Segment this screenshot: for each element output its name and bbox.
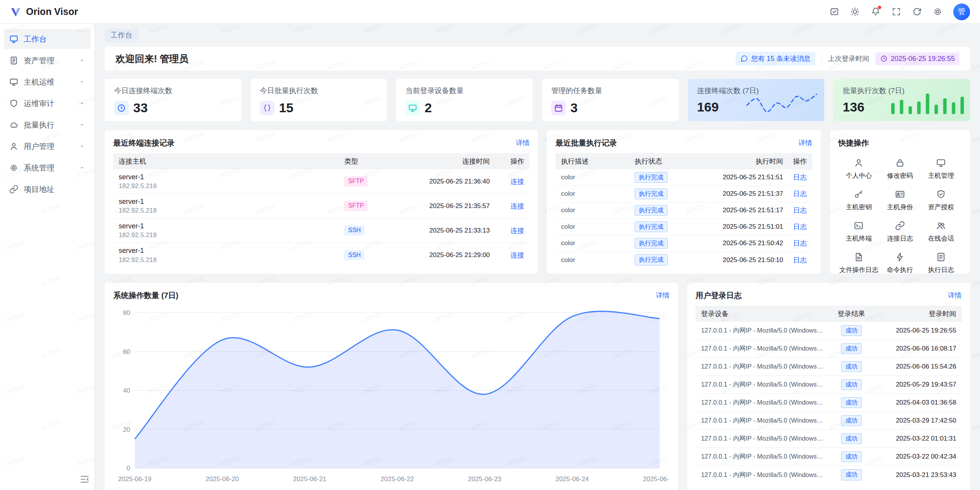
unread-messages-badge[interactable]: 您有 15 条未读消息 xyxy=(736,52,815,66)
refresh-icon[interactable] xyxy=(909,4,925,20)
stat-label: 今日批量执行次数 xyxy=(260,86,378,96)
sidebar-item-host-operations[interactable]: 主机运维 xyxy=(4,72,91,92)
host-name: server-1 xyxy=(119,173,344,182)
host-ip: 182.92.5.218 xyxy=(119,206,344,215)
quick-action-host-keys[interactable]: 主机密钥 xyxy=(838,185,879,216)
quick-action-command-execution[interactable]: 命令执行 xyxy=(879,247,920,274)
login-device: 127.0.0.1 - 内网IP - Mozilla/5.0 (Windows … xyxy=(701,398,828,407)
notification-dot xyxy=(878,6,881,9)
col-header: 执行时间 xyxy=(692,157,783,166)
monitor-icon xyxy=(936,158,946,168)
quick-action-asset-authorization[interactable]: 资产授权 xyxy=(921,185,962,216)
login-device: 127.0.0.1 - 内网IP - Mozilla/5.0 (Windows … xyxy=(701,434,828,443)
log-link[interactable]: 日志 xyxy=(793,174,807,181)
clock-icon xyxy=(880,55,888,62)
log-link[interactable]: 日志 xyxy=(793,223,807,231)
table-row: 127.0.0.1 - 内网IP - Mozilla/5.0 (Windows … xyxy=(696,358,962,376)
theme-sun-icon[interactable] xyxy=(847,4,863,20)
sidebar-collapse-icon[interactable] xyxy=(79,474,90,485)
sidebar-item-system-management[interactable]: 系统管理 xyxy=(4,158,91,178)
quick-action-host-identity[interactable]: 主机身份 xyxy=(879,185,920,216)
sidebar-item-user-management[interactable]: 用户管理 xyxy=(4,136,91,156)
details-link[interactable]: 详情 xyxy=(656,291,670,300)
col-header: 操作 xyxy=(490,157,524,166)
login-time: 2025-03-22 01:01:31 xyxy=(875,435,956,442)
connect-link[interactable]: 连接 xyxy=(510,178,524,185)
host-ip: 182.92.5.218 xyxy=(119,182,344,190)
connect-link[interactable]: 连接 xyxy=(510,227,524,234)
sidebar-item-workbench[interactable]: 工作台 xyxy=(4,29,91,49)
divider xyxy=(822,54,822,64)
sidebar-item-label: 批量执行 xyxy=(24,120,73,130)
sidebar-item-batch-execution[interactable]: 批量执行 xyxy=(4,115,91,135)
details-link[interactable]: 详情 xyxy=(948,291,962,300)
sidebar-item-label: 运维审计 xyxy=(24,98,73,109)
quick-actions-panel: 快捷操作 个人中心 修改密码 主机管理 xyxy=(830,130,970,274)
shield-check-icon xyxy=(936,189,946,199)
log-link[interactable]: 日志 xyxy=(793,256,807,264)
status-badge: 成功 xyxy=(841,451,862,462)
connect-link[interactable]: 连接 xyxy=(510,251,524,259)
table-row: color 执行完成 2025-06-25 21:50:42 日志 xyxy=(555,235,812,252)
col-header: 类型 xyxy=(344,157,386,166)
login-device: 127.0.0.1 - 内网IP - Mozilla/5.0 (Windows … xyxy=(701,362,828,371)
table-row: 127.0.0.1 - 内网IP - Mozilla/5.0 (Windows … xyxy=(696,322,962,340)
quick-action-host-management[interactable]: 主机管理 xyxy=(921,153,962,185)
avatar[interactable]: 管 xyxy=(953,3,970,20)
notification-bell-icon[interactable] xyxy=(867,4,884,20)
terminal-icon xyxy=(854,221,864,231)
connect-link[interactable]: 连接 xyxy=(510,202,524,210)
status-badge: 执行完成 xyxy=(635,188,668,200)
quick-action-online-sessions[interactable]: 在线会话 xyxy=(921,216,962,247)
quick-action-connection-logs[interactable]: 连接日志 xyxy=(879,216,920,247)
connect-time: 2025-06-25 21:33:13 xyxy=(386,227,490,234)
welcome-meta: 您有 15 条未读消息 上次登录时间 2025-06-25 19:26:55 xyxy=(736,52,959,66)
svg-text:2025-06-24: 2025-06-24 xyxy=(555,475,589,483)
status-badge: 成功 xyxy=(841,415,862,426)
stat-card-batch-7d: 批量执行次数 (7日) 136 xyxy=(833,79,970,121)
quick-action-file-operation-logs[interactable]: 文件操作日志 xyxy=(838,247,879,274)
gear-icon xyxy=(9,163,18,172)
desktop-icon xyxy=(9,34,18,44)
quick-action-host-terminal[interactable]: 主机终端 xyxy=(838,216,879,247)
stat-card-managed-tasks: 管理的任务数量 3 xyxy=(542,79,679,121)
stat-card-terminal-7d: 连接终端次数 (7日) 169 xyxy=(688,79,825,121)
clock-icon xyxy=(114,101,129,115)
quick-action-personal-center[interactable]: 个人中心 xyxy=(838,153,879,185)
user-icon xyxy=(9,142,18,151)
login-time: 2025-06-25 19:26:55 xyxy=(875,327,956,334)
details-link[interactable]: 详情 xyxy=(799,138,812,147)
sidebar-item-asset-management[interactable]: 资产管理 xyxy=(4,51,91,70)
panel-title: 最近批量执行记录 xyxy=(555,138,617,148)
svg-text:80: 80 xyxy=(123,309,130,316)
settings-gear-icon[interactable] xyxy=(929,4,946,20)
welcome-banner: 欢迎回来! 管理员 您有 15 条未读消息 上次登录时间 2025-06-25 … xyxy=(105,47,970,70)
stat-label: 今日连接终端次数 xyxy=(114,86,232,96)
exec-desc: color xyxy=(561,174,634,181)
log-link[interactable]: 日志 xyxy=(793,206,807,214)
quick-action-change-password[interactable]: 修改密码 xyxy=(879,153,920,185)
breadcrumb-item-workbench[interactable]: 工作台 xyxy=(105,28,138,42)
sidebar-item-ops-audit[interactable]: 运维审计 xyxy=(4,93,91,113)
quick-action-execution-logs[interactable]: 执行日志 xyxy=(921,247,962,274)
sidebar-item-project-link[interactable]: 项目地址 xyxy=(4,179,91,199)
fullscreen-icon[interactable] xyxy=(888,4,904,20)
details-link[interactable]: 详情 xyxy=(516,138,529,147)
svg-text:2025-06-25: 2025-06-25 xyxy=(643,475,670,483)
table-row: color 执行完成 2025-06-25 21:50:10 日志 xyxy=(555,252,812,268)
system-ops-chart-panel: 系统操作数量 (7日) 详情 0204060802025-06-192025-0… xyxy=(105,283,678,490)
link-icon xyxy=(9,185,18,194)
table-row: 127.0.0.1 - 内网IP - Mozilla/5.0 (Windows … xyxy=(696,394,962,412)
last-login-label: 上次登录时间 xyxy=(828,54,869,63)
login-time: 2025-03-29 17:42:50 xyxy=(875,417,956,424)
workspace-icon[interactable] xyxy=(826,4,842,20)
svg-text:2025-06-22: 2025-06-22 xyxy=(381,475,414,483)
exec-time: 2025-06-25 21:51:51 xyxy=(692,174,783,181)
system-ops-area-chart: 0204060802025-06-192025-06-202025-06-212… xyxy=(113,306,670,486)
exec-desc: color xyxy=(561,239,634,247)
log-link[interactable]: 日志 xyxy=(793,190,807,198)
link-icon xyxy=(895,221,905,231)
status-badge: 执行完成 xyxy=(635,172,668,183)
log-link[interactable]: 日志 xyxy=(793,239,807,247)
login-time: 2025-06-06 16:08:17 xyxy=(875,345,956,352)
